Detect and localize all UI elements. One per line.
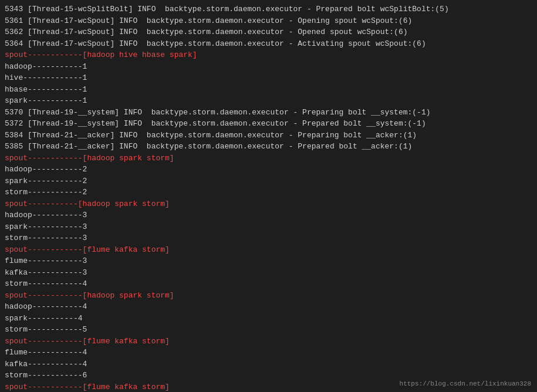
terminal-line: 5384 [Thread-21-__acker] INFO backtype.s… [5, 130, 532, 141]
terminal-line: 5361 [Thread-17-wcSpout] INFO backtype.s… [5, 15, 532, 27]
terminal-line: 5385 [Thread-21-__acker] INFO backtype.s… [5, 141, 532, 153]
terminal-output: 5343 [Thread-15-wcSplitBolt] INFO backty… [0, 0, 537, 392]
terminal-line: storm------------6 [5, 370, 532, 381]
terminal-line: flume------------3 [5, 255, 532, 267]
terminal-line: spark-----------4 [5, 313, 532, 325]
watermark: https://blog.csdn.net/lixinkuan328 [400, 380, 531, 387]
terminal-line: hadoop-----------1 [5, 61, 532, 73]
terminal-line: storm------------3 [5, 232, 532, 244]
terminal-line: spark------------1 [5, 95, 532, 107]
terminal-line: 5370 [Thread-19-__system] INFO backtype.… [5, 107, 532, 119]
terminal-line: hadoop-----------2 [5, 164, 532, 175]
terminal-line: hbase------------1 [5, 84, 532, 96]
terminal-line: spout------------[flume kafka storm] [5, 244, 532, 256]
terminal-line: flume------------4 [5, 347, 532, 359]
terminal-line: kafka------------3 [5, 267, 532, 279]
terminal-line: spout------------[flume kafka storm] [5, 336, 532, 347]
terminal-line: hadoop-----------3 [5, 209, 532, 221]
terminal-line: 5372 [Thread-19-__system] INFO backtype.… [5, 118, 532, 130]
terminal-line: kafka------------4 [5, 359, 532, 370]
terminal-line: spark------------3 [5, 221, 532, 233]
terminal-line: spout------------[hadoop spark storm] [5, 153, 532, 164]
terminal-line: 5362 [Thread-17-wcSpout] INFO backtype.s… [5, 26, 532, 38]
terminal-line: 5343 [Thread-15-wcSplitBolt] INFO backty… [5, 4, 532, 15]
terminal-line: storm------------4 [5, 278, 532, 290]
terminal-line: spout------------[hadoop hive hbase spar… [5, 49, 532, 61]
terminal-line: hive-------------1 [5, 72, 532, 84]
terminal-line: storm------------2 [5, 187, 532, 198]
terminal-line: spark------------2 [5, 175, 532, 187]
terminal-line: spout-----------[hadoop spark storm] [5, 198, 532, 210]
terminal-line: hadoop-----------4 [5, 301, 532, 313]
terminal-line: 5364 [Thread-17-wcSpout] INFO backtype.s… [5, 38, 532, 50]
terminal-line: spout------------[hadoop spark storm] [5, 290, 532, 302]
terminal-line: storm------------5 [5, 324, 532, 336]
